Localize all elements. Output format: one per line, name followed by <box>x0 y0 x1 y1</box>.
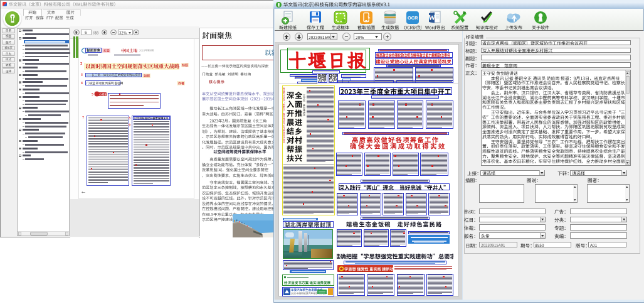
svg-text:W: W <box>428 13 436 22</box>
svg-text:OCR: OCR <box>408 15 418 21</box>
